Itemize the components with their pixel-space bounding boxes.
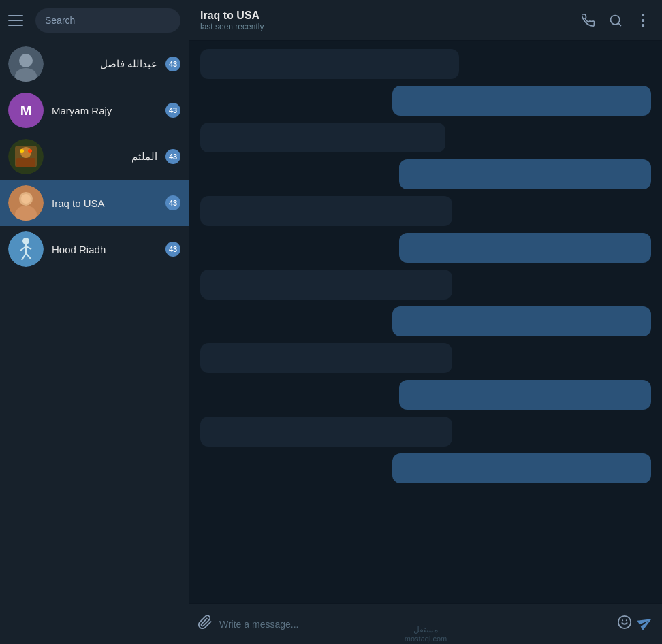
svg-point-1	[19, 54, 33, 67]
unread-badge: 43	[166, 195, 180, 210]
table-row	[200, 233, 651, 263]
emoji-icon[interactable]	[617, 615, 632, 634]
search-wrapper	[35, 8, 180, 33]
attach-icon[interactable]	[198, 615, 212, 634]
avatar	[8, 231, 44, 267]
watermark-url: mostaql.com	[405, 634, 447, 643]
message-bubble	[399, 380, 651, 410]
chat-title: Iraq to USA	[200, 10, 580, 22]
table-row	[200, 453, 651, 483]
list-item[interactable]: M Maryam Rajy 43	[0, 87, 189, 133]
watermark-arabic: مستقل	[405, 625, 447, 634]
svg-point-8	[28, 149, 32, 153]
avatar	[8, 139, 44, 174]
list-item[interactable]: Iraq to USA 43	[0, 180, 189, 226]
contact-name: Hood Riadh	[52, 244, 157, 255]
list-item[interactable]: عبدالله فاضل 43	[0, 41, 189, 87]
table-row	[200, 306, 651, 336]
sidebar-header	[0, 0, 189, 41]
message-bubble	[200, 196, 452, 226]
menu-icon[interactable]	[8, 11, 27, 30]
svg-rect-6	[16, 158, 35, 167]
unread-badge: 43	[166, 57, 180, 71]
message-bubble	[392, 306, 651, 336]
contact-info: Hood Riadh	[52, 244, 157, 255]
message-bubble	[200, 123, 445, 152]
message-bubble	[200, 343, 452, 373]
list-item[interactable]: الملثم 43	[0, 133, 189, 180]
avatar	[8, 46, 44, 82]
contact-info: عبدالله فاضل	[52, 58, 157, 70]
message-bubble	[392, 453, 651, 483]
contact-name: Iraq to USA	[52, 197, 157, 209]
sidebar: عبدالله فاضل 43 M Maryam Rajy 43	[0, 0, 189, 644]
phone-icon[interactable]	[580, 12, 597, 29]
unread-badge: 43	[166, 242, 180, 257]
message-bubble	[200, 49, 459, 79]
table-row	[200, 417, 651, 447]
svg-line-21	[618, 22, 621, 25]
table-row	[200, 123, 651, 152]
search-input[interactable]	[45, 15, 171, 26]
chat-subtitle: last seen recently	[200, 22, 580, 31]
chat-main: Iraq to USA last seen recently ⋮	[189, 0, 662, 644]
contact-name: الملثم	[52, 150, 157, 163]
contact-info: الملثم	[52, 150, 157, 163]
send-button[interactable]	[635, 612, 658, 635]
chat-header-actions: ⋮	[580, 12, 651, 29]
table-row	[200, 380, 651, 410]
contact-info: Iraq to USA	[52, 197, 157, 209]
avatar: M	[8, 93, 44, 128]
chat-header: Iraq to USA last seen recently ⋮	[189, 0, 662, 41]
table-row	[200, 159, 651, 189]
unread-badge: 43	[166, 103, 180, 118]
contact-info: Maryam Rajy	[52, 105, 157, 116]
table-row	[200, 86, 651, 116]
chat-messages	[189, 41, 662, 603]
chat-input-area: مستقل mostaql.com	[189, 603, 662, 644]
table-row	[200, 196, 651, 226]
contact-name: عبدالله فاضل	[52, 58, 157, 70]
table-row	[200, 49, 651, 79]
table-row	[200, 270, 651, 300]
more-options-icon[interactable]: ⋮	[635, 12, 651, 29]
svg-point-7	[20, 149, 24, 153]
svg-point-22	[618, 615, 631, 628]
svg-point-12	[21, 194, 31, 204]
message-bubble	[399, 233, 651, 263]
table-row	[200, 343, 651, 373]
chat-header-info: Iraq to USA last seen recently	[200, 10, 580, 31]
svg-point-14	[22, 238, 29, 244]
message-bubble	[200, 270, 452, 300]
contact-name: Maryam Rajy	[52, 105, 157, 116]
contact-list: عبدالله فاضل 43 M Maryam Rajy 43	[0, 41, 189, 644]
search-header-icon[interactable]	[608, 12, 624, 29]
message-bubble	[399, 159, 651, 189]
list-item[interactable]: Hood Riadh 43	[0, 226, 189, 272]
message-bubble	[392, 86, 651, 116]
unread-badge: 43	[166, 149, 180, 164]
avatar	[8, 185, 44, 221]
message-bubble	[200, 417, 452, 447]
